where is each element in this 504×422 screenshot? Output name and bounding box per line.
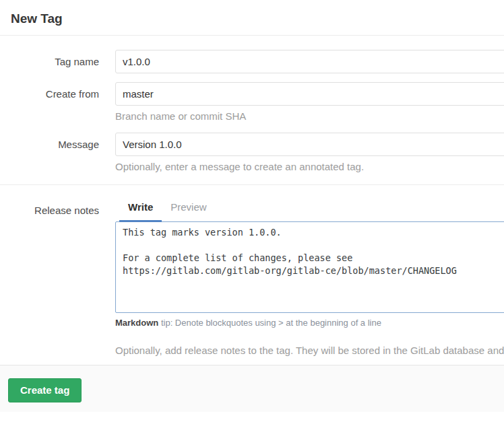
form-footer: Create tag [0, 365, 504, 412]
create-from-label: Create from [0, 82, 99, 100]
message-help: Optionally, enter a message to create an… [115, 160, 504, 173]
tag-name-control [115, 50, 504, 73]
tab-write[interactable]: Write [119, 195, 162, 221]
markdown-tip-word: Markdown [115, 318, 158, 328]
release-notes-textarea[interactable]: This tag marks version 1.0.0. For a comp… [115, 221, 504, 313]
page-title: New Tag [0, 0, 504, 35]
create-from-row: Create from Branch name or commit SHA [0, 82, 504, 122]
release-notes-row: Release notes Write Preview This tag mar… [0, 185, 504, 357]
release-notes-help: Optionally, add release notes to the tag… [115, 344, 504, 357]
message-row: Message Optionally, enter a message to c… [0, 133, 504, 173]
tab-preview[interactable]: Preview [162, 195, 215, 221]
markdown-editor: Write Preview This tag marks version 1.0… [115, 185, 504, 357]
tag-name-label: Tag name [0, 50, 99, 68]
create-from-control: Branch name or commit SHA [115, 82, 504, 122]
message-label: Message [0, 133, 99, 151]
release-notes-label: Release notes [0, 185, 99, 217]
tag-name-input[interactable] [115, 50, 504, 73]
create-from-help: Branch name or commit SHA [115, 110, 504, 122]
message-control: Optionally, enter a message to create an… [115, 133, 504, 173]
editor-tabs: Write Preview [119, 195, 504, 221]
markdown-tip: Markdown tip: Denote blockquotes using >… [115, 318, 504, 328]
create-tag-button[interactable]: Create tag [8, 378, 82, 402]
divider [0, 35, 504, 36]
message-input[interactable] [115, 133, 504, 156]
markdown-tip-text: tip: Denote blockquotes using > at the b… [158, 318, 381, 328]
tag-name-row: Tag name [0, 50, 504, 73]
create-from-input[interactable] [115, 82, 504, 106]
